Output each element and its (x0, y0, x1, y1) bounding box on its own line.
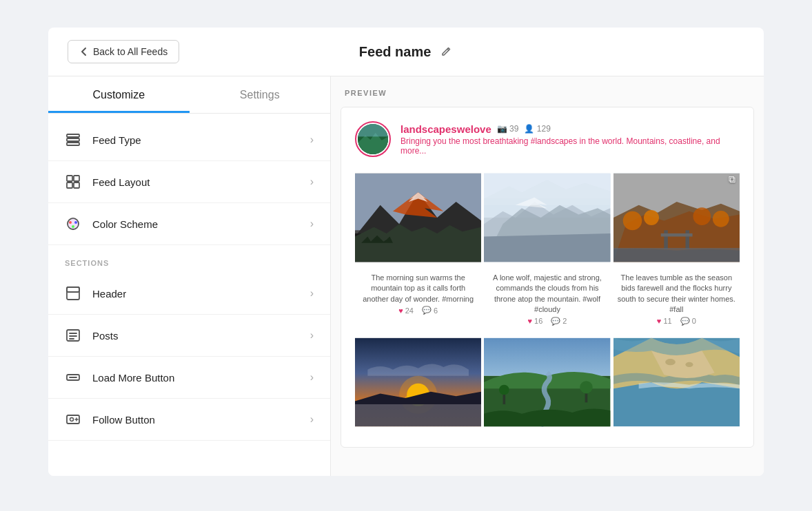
chevron-right-icon: › (310, 329, 314, 342)
svg-rect-11 (67, 287, 79, 300)
svg-point-8 (69, 221, 72, 224)
photo-caption-2: A lone wolf, majestic and strong, comman… (484, 269, 610, 317)
feed-layout-icon (65, 174, 81, 190)
photo-comments-3: 💬 0 (680, 317, 696, 326)
preview-content: landscapeswelove 📷 39 👤 129 Bringing you… (341, 107, 754, 448)
follow-button-label: Follow Button (92, 414, 155, 426)
svg-rect-38 (685, 230, 689, 249)
menu-item-feed-type[interactable]: Feed Type › (48, 119, 330, 161)
header-label: Header (92, 288, 126, 300)
menu-item-follow-button[interactable]: Follow Button › (48, 399, 330, 441)
tab-customize[interactable]: Customize (48, 76, 190, 113)
sidebar: Customize Settings (48, 76, 331, 476)
svg-rect-1 (67, 138, 79, 141)
feed-name-area: Feed name (359, 43, 454, 60)
photo-grid: The morning sun warms the mountain top a… (355, 169, 740, 331)
pencil-icon (440, 46, 451, 57)
edit-feed-name-button[interactable] (438, 43, 454, 60)
svg-rect-6 (74, 182, 79, 188)
chevron-right-icon: › (310, 218, 314, 230)
avatar (355, 121, 391, 157)
menu-item-load-more[interactable]: Load More Button › (48, 357, 330, 399)
back-label: Back to All Feeds (93, 46, 168, 57)
avatar-image (358, 124, 388, 154)
svg-rect-44 (484, 337, 610, 375)
chevron-right-icon: › (310, 287, 314, 300)
tab-settings[interactable]: Settings (190, 76, 331, 113)
svg-rect-0 (67, 134, 79, 137)
chevron-right-icon: › (310, 371, 314, 384)
svg-rect-3 (67, 176, 72, 181)
photo-item-1: The morning sun warms the mountain top a… (355, 169, 481, 331)
follow-button-icon (65, 411, 81, 428)
load-more-icon (65, 369, 81, 386)
svg-rect-12 (67, 287, 79, 292)
preview-label: PREVIEW (331, 76, 764, 107)
photo-item-6 (613, 334, 740, 433)
photo-likes-1: ♥ 24 (398, 306, 414, 315)
photo-grid-row2 (355, 334, 740, 433)
feed-type-label: Feed Type (92, 134, 141, 146)
svg-rect-5 (67, 182, 72, 188)
svg-rect-4 (74, 176, 79, 181)
svg-rect-37 (664, 230, 667, 249)
photo-item-5 (484, 334, 610, 433)
svg-point-10 (72, 225, 74, 228)
landscape-image-5 (484, 334, 610, 430)
svg-point-49 (580, 381, 593, 393)
landscape-image-6 (613, 334, 740, 430)
photo-caption-1: The morning sun warms the mountain top a… (355, 269, 481, 306)
main-area: Customize Settings (48, 76, 764, 476)
svg-point-35 (693, 207, 711, 225)
chevron-right-icon: › (310, 134, 314, 146)
svg-rect-24 (358, 124, 388, 136)
posts-label: Posts (92, 330, 119, 342)
profile-info: landscapeswelove 📷 39 👤 129 Bringing you… (400, 123, 740, 156)
header-icon (65, 285, 81, 302)
landscape-image-1 (355, 169, 481, 266)
svg-point-33 (622, 211, 641, 230)
landscape-image-3 (613, 169, 740, 266)
landscape-image-2 (484, 169, 610, 266)
chevron-right-icon: › (310, 176, 314, 188)
svg-point-9 (74, 221, 77, 224)
username-text: landscapeswelove (400, 123, 491, 135)
chevron-left-icon (79, 47, 89, 56)
profile-header: landscapeswelove 📷 39 👤 129 Bringing you… (355, 121, 740, 157)
svg-point-20 (70, 418, 74, 421)
photo-likes-2: ♥ 16 (528, 317, 543, 326)
svg-point-34 (644, 210, 659, 225)
svg-point-36 (713, 211, 729, 227)
photo-item-2: A lone wolf, majestic and strong, comman… (484, 169, 610, 331)
photo-item-3: ⧉ The leaves tumble as the season bids f… (613, 169, 740, 331)
chevron-right-icon: › (310, 413, 314, 426)
tab-bar: Customize Settings (48, 76, 330, 114)
multi-photo-icon: ⧉ (729, 174, 735, 185)
posts-icon (65, 327, 81, 344)
svg-point-52 (685, 362, 693, 366)
photo-comments-1: 💬 6 (422, 306, 438, 315)
menu-item-posts[interactable]: Posts › (48, 315, 330, 357)
menu-item-color-scheme[interactable]: Color Scheme › (48, 203, 330, 245)
menu-item-feed-layout[interactable]: Feed Layout › (48, 161, 330, 203)
feed-type-icon (65, 132, 81, 148)
menu-item-header[interactable]: Header › (48, 273, 330, 315)
feed-name-text: Feed name (359, 44, 431, 60)
load-more-label: Load More Button (92, 372, 174, 384)
sections-label: SECTIONS (48, 245, 330, 273)
color-scheme-label: Color Scheme (92, 218, 158, 230)
menu-items-list: Feed Type › (48, 114, 330, 446)
profile-bio: Bringing you the most breathtaking #land… (400, 136, 740, 156)
feed-layout-label: Feed Layout (92, 176, 150, 188)
photo-item-4 (355, 334, 481, 433)
photo-likes-3: ♥ 11 (657, 317, 672, 326)
color-scheme-icon (65, 216, 81, 232)
landscape-image-4 (355, 334, 481, 430)
preview-area: PREVIEW (331, 76, 764, 476)
svg-rect-39 (660, 233, 692, 237)
svg-rect-2 (67, 143, 79, 145)
svg-point-51 (665, 359, 676, 365)
svg-point-47 (499, 384, 509, 395)
photo-comments-2: 💬 2 (551, 317, 567, 326)
back-to-feeds-button[interactable]: Back to All Feeds (68, 40, 179, 63)
